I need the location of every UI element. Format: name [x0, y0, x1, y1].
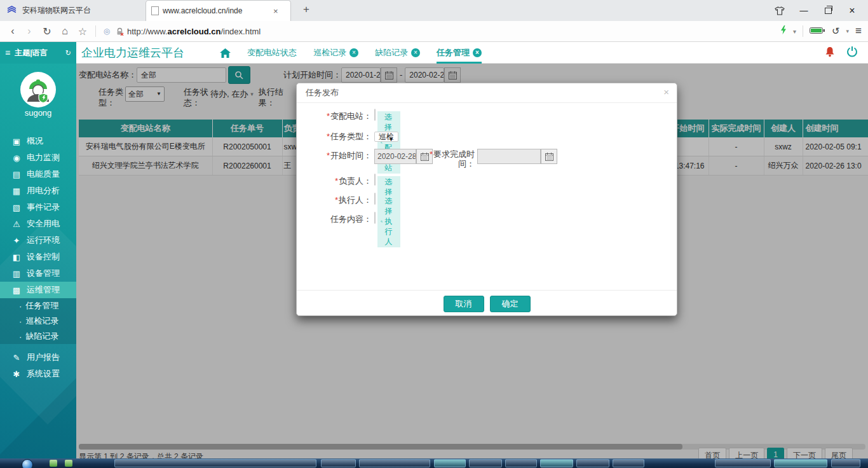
refresh-icon[interactable]: ↻ [39, 21, 55, 41]
station-picker-input[interactable]: 选择变配电站 [374, 109, 376, 121]
speed-bolt-icon[interactable] [780, 25, 787, 37]
minimize-button[interactable]: — [792, 0, 816, 21]
divider [803, 25, 803, 37]
tab-inspection-records[interactable]: 巡检记录× [313, 42, 358, 64]
calendar-button[interactable] [541, 149, 557, 164]
tab-defect-records[interactable]: 缺陷记录× [375, 42, 420, 64]
sidebar-item-system-settings[interactable]: ✱系统设置 [0, 366, 76, 382]
start-date-input[interactable]: 2020-02-28 [374, 149, 416, 164]
app-tab-strip: 变配电站状态 巡检记录× 缺陷记录× 任务管理× [220, 42, 482, 64]
username: sugong [0, 108, 76, 118]
modal-title: 任务发布 [297, 83, 677, 103]
sidebar-menu-icon[interactable]: ≡ [5, 48, 10, 58]
principal-picker-input[interactable]: 选择负责人 [374, 174, 376, 186]
site-indicator-icon[interactable]: ◎ [100, 21, 113, 41]
theme-language-label[interactable]: 主题|语言 [15, 48, 47, 59]
sidebar-item-device-control[interactable]: ◧设备控制 [0, 249, 76, 265]
favorite-star-icon[interactable]: ☆ [75, 21, 90, 41]
sidebar-menu: ▣概况 ◉电力监测 ▤电能质量 ▦用电分析 ▧事件记录 ⚠安全用电 ✦运行环境 … [0, 133, 76, 382]
sidebar-subitem-defect-records[interactable]: ·缺陷记录 [0, 329, 76, 344]
back-icon[interactable]: ‹ [5, 21, 20, 41]
tab-task-management[interactable]: 任务管理× [437, 42, 482, 64]
safety-icon: ⚠ [11, 219, 22, 229]
cancel-button[interactable]: 取消 [444, 296, 484, 312]
task-content-input[interactable] [374, 212, 376, 224]
modal-close-icon[interactable]: × [663, 87, 669, 97]
sidebar: sugong ▣概况 ◉电力监测 ▤电能质量 ▦用电分析 ▧事件记录 ⚠安全用电… [0, 64, 76, 468]
header-refresh-icon[interactable]: ↻ [65, 49, 71, 57]
sidebar-item-user-reports[interactable]: ✎用户报告 [0, 349, 76, 366]
sidebar-item-environment[interactable]: ✦运行环境 [0, 232, 76, 249]
taskbar-window-button[interactable] [576, 459, 609, 467]
new-tab-button[interactable]: + [299, 3, 314, 16]
url-field[interactable]: http://www.acrelcloud.cn/index.html [127, 21, 261, 41]
taskbar-window-button[interactable] [505, 459, 537, 467]
start-button[interactable] [22, 459, 33, 468]
taskbar-window-button[interactable] [774, 459, 827, 467]
battery-icon[interactable] [810, 25, 825, 37]
page-icon [151, 6, 159, 15]
sidebar-item-usage-analysis[interactable]: ▦用电分析 [0, 182, 76, 199]
sidebar-subitem-task-management[interactable]: ·任务管理 [0, 298, 76, 313]
taskbar-window-button[interactable] [469, 459, 502, 467]
undo-icon[interactable]: ↺ [832, 25, 840, 37]
task-content-label: 任务内容： [297, 212, 372, 227]
forward-icon[interactable]: › [22, 21, 37, 41]
insecure-lock-icon[interactable] [114, 21, 125, 41]
home-icon[interactable]: ⌂ [57, 21, 72, 41]
chevron-down-icon[interactable]: ▾ [793, 28, 796, 35]
divider [95, 25, 96, 37]
logout-power-icon[interactable] [846, 46, 858, 60]
browser-tab-inactive[interactable]: 安科瑞物联网云平台 [0, 0, 145, 21]
taskbar-window-button[interactable] [540, 459, 573, 467]
home-tab-icon[interactable] [220, 48, 231, 58]
bullet: · [19, 317, 22, 326]
sidebar-item-overview[interactable]: ▣概况 [0, 133, 76, 149]
tab-close-icon[interactable]: × [273, 6, 278, 16]
taskbar-window-button[interactable] [613, 459, 644, 467]
undo-dropdown-caret-icon[interactable]: ▾ [846, 28, 850, 34]
device-control-icon: ◧ [11, 252, 22, 262]
sidebar-item-device-management[interactable]: ▥设备管理 [0, 265, 76, 282]
field-task-content: 任务内容： [297, 212, 677, 228]
taskbar-window-button[interactable] [434, 459, 466, 467]
notification-bell-icon[interactable] [825, 46, 835, 60]
taskbar-app-icon[interactable] [50, 460, 57, 467]
sidebar-item-power-monitoring[interactable]: ◉电力监测 [0, 149, 76, 166]
principal-label: *负责人： [297, 174, 372, 189]
tab-close-icon[interactable]: × [411, 48, 420, 57]
taskbar-window-button[interactable] [359, 459, 430, 467]
sidebar-subitem-inspection-records[interactable]: ·巡检记录 [0, 313, 76, 329]
tab-close-icon[interactable]: × [473, 48, 482, 57]
sidebar-item-om-management[interactable]: ▩运维管理 [0, 282, 76, 298]
task-type-select[interactable]: 巡检▼ [374, 132, 398, 142]
browser-tab-bar: 安科瑞物联网云平台 www.acrelcloud.cn/inde × + — × [0, 0, 868, 21]
restore-icon [825, 8, 832, 14]
overview-icon: ▣ [11, 137, 22, 146]
header-actions [825, 42, 858, 64]
taskbar-window-button[interactable] [321, 459, 356, 467]
close-window-button[interactable]: × [840, 0, 864, 21]
taskbar-window-button[interactable] [715, 459, 771, 467]
browser-address-bar: ‹ › ↻ ⌂ ☆ ◎ http://www.acrelcloud.cn/ind… [0, 21, 868, 42]
sidebar-item-event-records[interactable]: ▧事件记录 [0, 199, 76, 216]
taskbar-tray-area[interactable] [831, 459, 860, 467]
tab-close-icon[interactable]: × [349, 48, 358, 57]
sidebar-item-safe-electricity[interactable]: ⚠安全用电 [0, 216, 76, 232]
tab-title: www.acrelcloud.cn/inde [163, 6, 269, 15]
taskbar-app-icon[interactable] [65, 460, 72, 467]
tab-substation-status[interactable]: 变配电站状态 [247, 42, 297, 64]
browser-tab-active[interactable]: www.acrelcloud.cn/inde × [146, 0, 291, 21]
sidebar-item-power-quality[interactable]: ▤电能质量 [0, 166, 76, 182]
browser-menu-icon[interactable]: ≡ [855, 25, 862, 38]
settings-icon: ✱ [11, 369, 22, 379]
restore-button[interactable] [816, 0, 840, 21]
taskbar-window-button[interactable] [114, 459, 316, 467]
skin-tshirt-icon[interactable] [768, 0, 792, 21]
finish-date-input[interactable] [477, 149, 541, 164]
executor-picker-input[interactable]: 选择执行人 [374, 193, 376, 205]
modal-footer: 取消 确定 [297, 290, 677, 317]
field-executor: *执行人： 选择执行人 [297, 193, 677, 209]
confirm-button[interactable]: 确定 [490, 296, 531, 312]
theme-language-box[interactable]: ≡ 主题|语言 ↻ [0, 42, 76, 64]
